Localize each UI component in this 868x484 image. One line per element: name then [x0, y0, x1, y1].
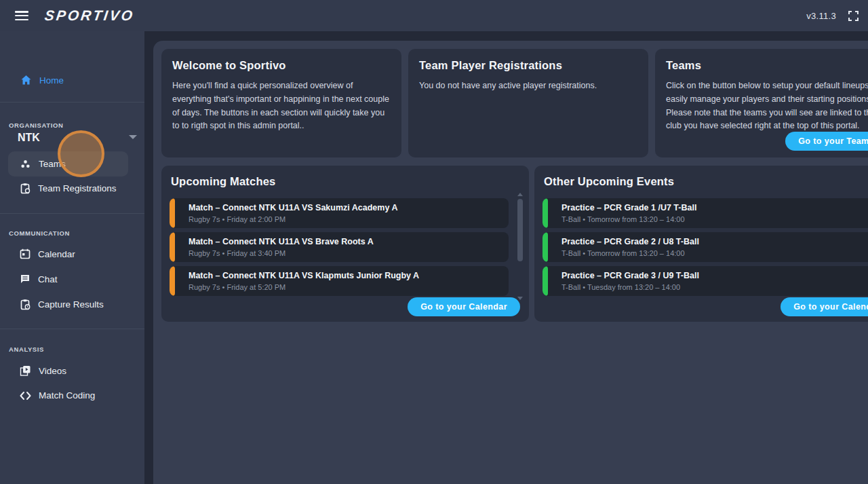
match-subtitle: Rugby 7s • Friday at 2:00 PM — [189, 215, 502, 223]
sidebar-item-label: Calendar — [38, 249, 75, 259]
card-body: Here you'll find a quick personalized ov… — [172, 79, 391, 133]
sidebar-item-chat[interactable]: Chat — [20, 274, 58, 284]
version-label: v3.11.3 — [806, 11, 836, 21]
sidebar-item-label: Teams — [39, 159, 66, 169]
match-list-item[interactable]: Match – Connect NTK U11A VS Klapmuts Jun… — [170, 266, 509, 296]
clipboard-clock-icon — [20, 299, 31, 310]
section-title: Other Upcoming Events — [534, 175, 868, 188]
sidebar-divider — [0, 102, 144, 103]
sidebar-item-label: Chat — [38, 274, 58, 284]
organisation-selector[interactable]: NTK — [18, 132, 40, 144]
vertical-scrollbar[interactable] — [517, 193, 524, 300]
sidebar-item-videos[interactable]: Videos — [20, 365, 66, 376]
section-label-organisation: ORGANISATION — [9, 122, 63, 129]
sidebar-item-label: Home — [39, 75, 64, 86]
card-body: You do not have any active player regist… — [419, 79, 637, 93]
match-list-item[interactable]: Match – Connect NTK U11A VS Sakumzi Acad… — [170, 198, 509, 228]
section-label-analysis: ANALYSIS — [9, 346, 44, 353]
sidebar-item-label: Capture Results — [38, 299, 104, 310]
calendar-icon — [20, 248, 31, 259]
section-title: Upcoming Matches — [161, 175, 529, 188]
event-subtitle: T-Ball • Tomorrow from 13:20 – 14:00 — [561, 215, 868, 223]
sidebar-item-label: Team Registrations — [38, 183, 117, 193]
code-icon — [20, 391, 31, 401]
sidebar-item-match-coding[interactable]: Match Coding — [20, 390, 95, 401]
go-to-calendar-button[interactable]: Go to your Calendar — [408, 297, 520, 316]
sidebar-item-home[interactable]: Home — [20, 75, 64, 86]
sidebar-item-label: Match Coding — [39, 390, 95, 401]
go-to-calendar-button[interactable]: Go to your Calendar — [781, 297, 868, 316]
match-list-item[interactable]: Match – Connect NTK U11A VS Brave Roots … — [170, 232, 509, 262]
app-logo: SPORTIVO — [43, 7, 136, 24]
sidebar-divider — [0, 213, 144, 214]
match-title: Match – Connect NTK U11A VS Sakumzi Acad… — [189, 203, 502, 212]
match-subtitle: Rugby 7s • Friday at 5:20 PM — [189, 283, 502, 291]
sidebar-divider — [0, 329, 144, 329]
card-teams: Teams Click on the button below to setup… — [655, 49, 868, 157]
go-to-teams-button[interactable]: Go to your Teams — [785, 132, 868, 151]
card-upcoming-matches: Upcoming Matches Match – Connect NTK U11… — [161, 166, 529, 322]
scrollbar-thumb[interactable] — [517, 199, 523, 261]
chevron-down-icon[interactable] — [129, 135, 137, 139]
card-other-upcoming-events: Other Upcoming Events Practice – PCR Gra… — [534, 166, 868, 322]
clipboard-icon — [20, 183, 31, 194]
sidebar-item-teams[interactable]: Teams — [8, 151, 128, 176]
top-bar: SPORTIVO v3.11.3 — [0, 0, 868, 31]
home-icon — [20, 75, 32, 86]
hamburger-menu-icon[interactable] — [15, 11, 28, 20]
videos-icon — [20, 365, 31, 376]
event-subtitle: T-Ball • Tuesday from 13:20 – 14:00 — [561, 283, 868, 291]
event-title: Practice – PCR Grade 2 / U8 T-Ball — [561, 237, 868, 246]
card-team-player-registrations: Team Player Registrations You do not hav… — [408, 49, 648, 157]
sidebar-item-label: Videos — [39, 366, 66, 376]
match-color-bar — [170, 198, 175, 228]
scroll-up-icon[interactable] — [517, 193, 523, 196]
event-list-item[interactable]: Practice – PCR Grade 3 / U9 T-Ball T-Bal… — [542, 266, 868, 296]
teams-icon — [20, 159, 31, 170]
match-color-bar — [170, 266, 175, 296]
card-body: Click on the button below to setup your … — [666, 79, 868, 133]
event-color-bar — [542, 198, 548, 228]
event-list-item[interactable]: Practice – PCR Grade 1 /U7 T-Ball T-Ball… — [542, 198, 868, 228]
match-color-bar — [170, 232, 175, 262]
event-subtitle: T-Ball • Tomorrow from 13:20 – 14:00 — [561, 249, 868, 257]
sidebar-item-capture-results[interactable]: Capture Results — [20, 299, 104, 310]
event-title: Practice – PCR Grade 1 /U7 T-Ball — [561, 203, 868, 212]
match-subtitle: Rugby 7s • Friday at 3:40 PM — [189, 249, 502, 257]
sidebar-item-team-registrations[interactable]: Team Registrations — [20, 183, 117, 194]
matches-list: Match – Connect NTK U11A VS Sakumzi Acad… — [170, 198, 509, 300]
match-title: Match – Connect NTK U11A VS Klapmuts Jun… — [189, 271, 502, 280]
event-list-item[interactable]: Practice – PCR Grade 2 / U8 T-Ball T-Bal… — [542, 232, 868, 262]
sidebar-item-calendar[interactable]: Calendar — [20, 248, 75, 259]
event-title: Practice – PCR Grade 3 / U9 T-Ball — [561, 271, 868, 280]
event-color-bar — [542, 232, 548, 262]
card-welcome: Welcome to Sportivo Here you'll find a q… — [161, 49, 401, 157]
card-title: Welcome to Sportivo — [172, 59, 391, 72]
card-title: Team Player Registrations — [419, 59, 637, 72]
sidebar: Home ORGANISATION NTK Teams Team Registr… — [0, 31, 144, 484]
events-list: Practice – PCR Grade 1 /U7 T-Ball T-Ball… — [542, 198, 868, 300]
main-content: Welcome to Sportivo Here you'll find a q… — [153, 41, 868, 484]
section-label-communication: COMMUNICATION — [9, 229, 70, 237]
card-title: Teams — [666, 59, 868, 72]
event-color-bar — [542, 266, 548, 296]
chat-icon — [20, 274, 31, 284]
scroll-down-icon[interactable] — [517, 297, 523, 300]
fullscreen-icon[interactable] — [848, 11, 859, 21]
match-title: Match – Connect NTK U11A VS Brave Roots … — [189, 237, 502, 246]
